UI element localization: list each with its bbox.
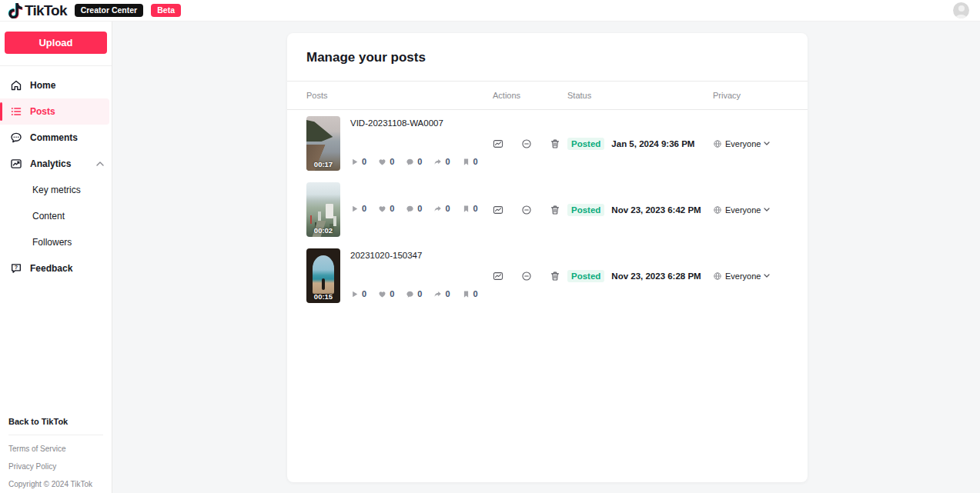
status-cell: Posted Nov 23, 2023 6:42 PM bbox=[567, 182, 713, 237]
privacy-selector[interactable]: Everyone bbox=[713, 182, 788, 237]
sidebar-item-home[interactable]: Home bbox=[0, 72, 112, 98]
trash-icon bbox=[550, 205, 560, 215]
status-cell: Posted Jan 5, 2024 9:36 PM bbox=[567, 116, 713, 171]
sidebar-footer: Back to TikTok Terms of Service Privacy … bbox=[0, 417, 112, 488]
creator-center-badge: Creator Center bbox=[75, 4, 144, 17]
saves-stat: 0 bbox=[462, 289, 478, 298]
actions-cell bbox=[493, 182, 567, 237]
main-content: Manage your posts Posts Actions Status P… bbox=[112, 22, 980, 493]
globe-icon bbox=[713, 271, 722, 281]
privacy-policy-link[interactable]: Privacy Policy bbox=[8, 462, 103, 471]
share-icon bbox=[433, 205, 442, 213]
beta-badge: Beta bbox=[151, 4, 181, 17]
comment-icon bbox=[406, 158, 414, 166]
share-icon bbox=[433, 290, 442, 298]
sidebar-item-feedback[interactable]: ? Feedback bbox=[0, 255, 112, 281]
delete-button[interactable] bbox=[550, 205, 560, 215]
post-stats: 0 0 0 0 0 bbox=[350, 289, 493, 298]
comment-icon bbox=[406, 205, 414, 213]
chart-icon bbox=[493, 205, 503, 215]
column-privacy: Privacy bbox=[713, 82, 788, 109]
bookmark-icon bbox=[462, 158, 470, 166]
heart-icon bbox=[378, 205, 386, 213]
upload-button[interactable]: Upload bbox=[5, 32, 107, 54]
comment-settings-button[interactable] bbox=[521, 205, 532, 215]
sidebar-footer-divider bbox=[8, 435, 103, 435]
sidebar-divider bbox=[0, 65, 112, 66]
trash-icon bbox=[550, 138, 560, 149]
comments-icon bbox=[10, 132, 22, 144]
home-icon bbox=[10, 79, 22, 92]
sidebar-subitem-content[interactable]: Content bbox=[0, 203, 112, 229]
status-badge: Posted bbox=[567, 138, 604, 150]
view-analytics-button[interactable] bbox=[493, 271, 503, 281]
post-cell: 00:15 20231020-150347 0 0 0 bbox=[306, 248, 493, 303]
view-analytics-button[interactable] bbox=[493, 205, 503, 215]
globe-icon bbox=[713, 205, 722, 215]
sidebar-item-comments[interactable]: Comments bbox=[0, 125, 112, 151]
video-duration: 00:15 bbox=[306, 292, 340, 301]
table-header: Posts Actions Status Privacy bbox=[287, 81, 808, 110]
video-thumbnail[interactable]: 00:15 bbox=[306, 248, 340, 303]
tiktok-wordmark: TikTok bbox=[25, 2, 67, 19]
video-duration: 00:17 bbox=[306, 160, 340, 168]
views-stat: 0 bbox=[350, 289, 366, 298]
actions-cell bbox=[493, 248, 567, 303]
comment-off-icon bbox=[521, 205, 532, 215]
post-date: Nov 23, 2023 6:28 PM bbox=[611, 271, 701, 281]
privacy-value: Everyone bbox=[725, 271, 761, 281]
video-duration: 00:02 bbox=[306, 226, 340, 235]
actions-cell bbox=[493, 116, 567, 171]
comment-settings-button[interactable] bbox=[521, 138, 532, 149]
share-icon bbox=[433, 158, 442, 166]
chevron-up-icon bbox=[96, 162, 104, 166]
saves-stat: 0 bbox=[462, 204, 478, 213]
privacy-selector[interactable]: Everyone bbox=[713, 248, 788, 303]
trash-icon bbox=[550, 271, 560, 281]
post-rows: 00:17 VID-20231108-WA0007 0 0 0 bbox=[287, 110, 808, 303]
status-badge: Posted bbox=[567, 270, 604, 282]
view-analytics-button[interactable] bbox=[493, 138, 503, 149]
comment-settings-button[interactable] bbox=[521, 271, 532, 281]
chart-icon bbox=[493, 138, 503, 149]
sidebar-subitem-key-metrics[interactable]: Key metrics bbox=[0, 177, 112, 203]
sidebar-item-label: Analytics bbox=[30, 158, 89, 169]
views-stat: 0 bbox=[350, 204, 366, 213]
video-thumbnail[interactable]: 00:02 bbox=[306, 182, 340, 237]
sidebar-item-posts[interactable]: Posts bbox=[0, 98, 109, 125]
likes-stat: 0 bbox=[378, 289, 394, 298]
sidebar-subitem-followers[interactable]: Followers bbox=[0, 229, 112, 255]
post-title[interactable]: VID-20231108-WA0007 bbox=[350, 118, 493, 128]
bookmark-icon bbox=[462, 290, 470, 298]
page-title: Manage your posts bbox=[306, 50, 808, 65]
globe-icon bbox=[713, 139, 722, 148]
back-to-tiktok-link[interactable]: Back to TikTok bbox=[8, 417, 103, 426]
likes-stat: 0 bbox=[378, 157, 394, 166]
delete-button[interactable] bbox=[550, 138, 560, 149]
heart-icon bbox=[378, 290, 386, 298]
post-date: Nov 23, 2023 6:42 PM bbox=[611, 205, 701, 215]
views-stat: 0 bbox=[350, 157, 366, 166]
comment-off-icon bbox=[521, 271, 532, 281]
terms-of-service-link[interactable]: Terms of Service bbox=[8, 445, 103, 453]
delete-button[interactable] bbox=[550, 271, 560, 281]
status-cell: Posted Nov 23, 2023 6:28 PM bbox=[567, 248, 713, 303]
comment-off-icon bbox=[521, 138, 532, 149]
post-title[interactable]: 20231020-150347 bbox=[350, 251, 493, 260]
sidebar-item-analytics[interactable]: Analytics bbox=[0, 151, 112, 177]
post-date: Jan 5, 2024 9:36 PM bbox=[611, 139, 694, 148]
analytics-icon bbox=[10, 158, 22, 170]
tiktok-logo[interactable]: TikTok bbox=[8, 2, 67, 19]
video-thumbnail[interactable]: 00:17 bbox=[306, 116, 340, 171]
privacy-selector[interactable]: Everyone bbox=[713, 116, 788, 171]
column-posts: Posts bbox=[306, 82, 493, 109]
play-icon bbox=[350, 290, 359, 298]
saves-stat: 0 bbox=[462, 157, 478, 166]
manage-posts-card: Manage your posts Posts Actions Status P… bbox=[287, 33, 808, 482]
copyright-text: Copyright © 2024 TikTok bbox=[8, 480, 103, 488]
comment-icon bbox=[406, 290, 414, 298]
shares-stat: 0 bbox=[433, 289, 450, 298]
play-icon bbox=[350, 158, 359, 166]
user-avatar[interactable] bbox=[953, 2, 969, 18]
chevron-down-icon bbox=[764, 142, 770, 145]
